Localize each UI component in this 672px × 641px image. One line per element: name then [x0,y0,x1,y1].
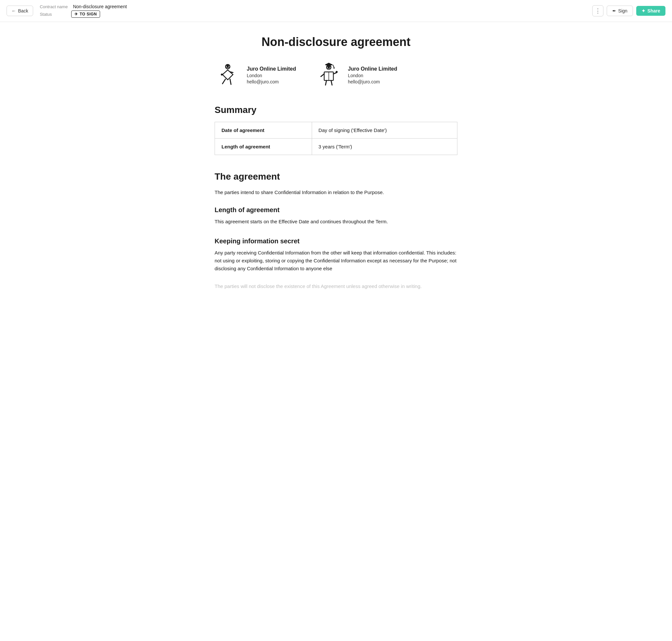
document-content: Non-disclosure agreement [205,22,467,322]
status-row: Status ✈ TO SIGN [40,11,586,18]
svg-point-13 [333,67,335,69]
secret-subsection: Keeping information secret Any party rec… [214,237,458,290]
svg-marker-3 [223,70,233,80]
share-button[interactable]: ✦ Share [636,6,666,16]
svg-point-6 [226,66,227,67]
party-1-info: Juro Online Limited London hello@juro.co… [247,66,296,84]
agreement-section-title: The agreement [214,172,458,182]
party-1-email: hello@juro.com [247,79,296,84]
share-label: Share [647,8,660,13]
back-arrow-icon: ← [12,8,16,13]
sign-button[interactable]: ✒ Sign [607,5,633,16]
party-2-avatar [316,62,342,88]
svg-point-7 [229,66,230,67]
summary-table: Date of agreement Day of signing ('Effec… [214,122,458,155]
parties-section: Juro Online Limited London hello@juro.co… [214,62,458,88]
share-icon: ✦ [642,8,645,13]
svg-line-12 [333,65,334,67]
summary-section-title: Summary [214,105,458,115]
contract-name-row: Contract name Non-disclosure agreement [40,4,586,9]
length-subsection-title: Length of agreement [214,206,458,214]
page-header: ← Back Contract name Non-disclosure agre… [0,0,672,22]
more-options-button[interactable]: ⋮ [592,5,603,16]
document-title: Non-disclosure agreement [214,35,458,49]
length-of-agreement-value: 3 years ('Term') [312,139,457,155]
svg-line-4 [223,79,225,84]
party-2-name: Juro Online Limited [348,66,397,72]
svg-line-5 [230,79,231,84]
contract-name-value: Non-disclosure agreement [73,4,127,9]
table-row: Date of agreement Day of signing ('Effec… [215,122,458,139]
svg-point-0 [225,64,230,69]
svg-line-20 [331,80,332,85]
svg-point-21 [327,67,328,68]
length-subsection-text: This agreement starts on the Effective D… [214,218,458,226]
more-icon: ⋮ [595,7,601,14]
sign-pen-icon: ✒ [612,8,616,13]
svg-point-22 [330,67,331,68]
party-1: Juro Online Limited London hello@juro.co… [214,62,296,88]
party-2-info: Juro Online Limited London hello@juro.co… [348,66,397,84]
status-value: TO SIGN [80,12,97,16]
sign-label: Sign [618,8,627,13]
party-1-name: Juro Online Limited [247,66,296,72]
svg-line-17 [333,72,337,74]
svg-point-8 [221,73,223,76]
plane-icon: ✈ [74,12,78,16]
faded-text: The parties will not disclose the existe… [214,283,458,290]
svg-point-18 [336,71,338,73]
header-actions: ⋮ ✒ Sign ✦ Share [592,5,666,16]
back-button[interactable]: ← Back [6,5,33,16]
party-1-city: London [247,73,296,78]
status-label: Status [40,12,66,17]
secret-subsection-title: Keeping information secret [214,237,458,245]
agreement-intro: The parties intend to share Confidential… [214,189,458,196]
header-metadata: Contract name Non-disclosure agreement S… [40,4,586,18]
date-of-agreement-value: Day of signing ('Effective Date') [312,122,457,139]
table-row: Length of agreement 3 years ('Term') [215,139,458,155]
svg-line-19 [325,80,326,85]
back-label: Back [18,8,28,13]
svg-line-16 [321,74,324,77]
secret-subsection-text: Any party receiving Confidential Informa… [214,249,458,273]
length-of-agreement-label: Length of agreement [215,139,312,155]
party-2-city: London [348,73,397,78]
length-subsection: Length of agreement This agreement start… [214,206,458,226]
party-2-email: hello@juro.com [348,79,397,84]
date-of-agreement-label: Date of agreement [215,122,312,139]
contract-name-label: Contract name [40,4,68,9]
party-1-avatar [214,62,241,88]
status-badge: ✈ TO SIGN [71,11,100,18]
party-2: Juro Online Limited London hello@juro.co… [316,62,397,88]
